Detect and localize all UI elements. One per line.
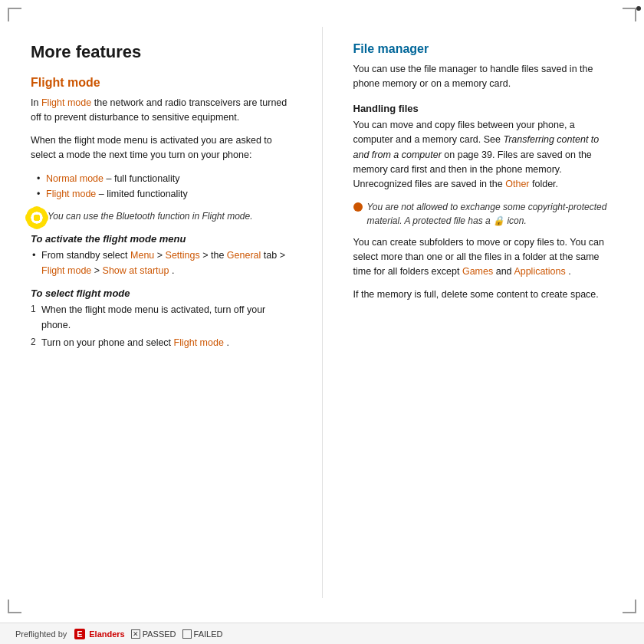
proc2-heading: To select flight mode: [31, 288, 291, 299]
step1-text: When the flight mode menu is activated, …: [41, 304, 265, 330]
flight-mode-heading: Flight mode: [31, 76, 291, 90]
normal-mode-link: Normal mode: [46, 173, 104, 184]
memory-full-text: If the memory is full, delete some conte…: [353, 288, 614, 302]
lock-icon: 🔒: [493, 215, 507, 226]
corner-mark-br: [623, 600, 636, 613]
games-link: Games: [462, 266, 493, 277]
tip-text-content: You can use the Bluetooth function in Fl…: [48, 211, 253, 222]
corner-mark-tr: [623, 8, 636, 21]
column-divider: [322, 27, 323, 598]
flight-mode-bullets: Normal mode – full functionality Flight …: [37, 171, 291, 202]
normal-mode-text: – full functionality: [107, 173, 180, 184]
failed-checkbox: [182, 629, 192, 639]
step2-prefix: Turn on your phone and select: [41, 337, 174, 348]
proc1-end: .: [172, 265, 174, 276]
general-link: General: [227, 250, 261, 261]
flight-mode-link-4: Flight mode: [174, 337, 224, 348]
bullet-normal-mode: Normal mode – full functionality: [37, 171, 291, 186]
proc2-step-1: 1 When the flight mode menu is activated…: [31, 302, 291, 333]
handling-files-text: You can move and copy files between your…: [353, 118, 614, 192]
proc1-bullet: •: [32, 248, 36, 264]
handling-end: folder.: [532, 179, 558, 189]
note-box: You are not allowed to exchange some cop…: [353, 200, 614, 228]
proc1-tab: tab >: [264, 250, 285, 261]
proc1-sep2: > the: [202, 250, 227, 261]
handling-files-heading: Handling files: [353, 103, 614, 114]
failed-label: FAILED: [194, 629, 223, 639]
menu-link: Menu: [130, 250, 154, 261]
tip-box: You can use the Bluetooth function in Fl…: [31, 209, 291, 224]
proc1-sep3: >: [94, 265, 103, 276]
elanders-logo: E Elanders: [73, 627, 124, 641]
proc1-heading: To activate the flight mode menu: [31, 233, 291, 245]
flight-mode-link-3: Flight mode: [41, 265, 91, 276]
flight-mode-intro: In Flight mode the network and radio tra…: [31, 96, 291, 126]
elanders-name: Elanders: [89, 629, 124, 639]
other-link: Other: [505, 179, 529, 189]
note-prefix: You are not allowed to exchange some cop…: [367, 202, 607, 226]
svg-text:E: E: [77, 629, 83, 639]
left-column: More features Flight mode In Flight mode…: [31, 27, 291, 598]
proc1-prefix: From standby select: [41, 250, 130, 261]
bullet-flight-mode: Flight mode – limited functionality: [37, 186, 291, 202]
step-num-1: 1: [31, 302, 36, 317]
flight-mode-para2: When the flight mode menu is activated y…: [31, 133, 291, 163]
page: More features Flight mode In Flight mode…: [0, 0, 644, 644]
proc1-sep1: >: [157, 250, 166, 261]
show-at-startup-link: Show at startup: [103, 265, 169, 276]
flight-mode-text: – limited functionality: [99, 189, 188, 199]
failed-badge: FAILED: [182, 629, 223, 639]
note-text: You are not allowed to exchange some cop…: [367, 200, 614, 228]
page-title: More features: [31, 42, 291, 62]
right-column: File manager You can use the file manage…: [353, 27, 614, 598]
tip-icon: [31, 212, 43, 224]
flight-mode-link-1: Flight mode: [41, 97, 91, 108]
step-num-2: 2: [31, 335, 36, 350]
elanders-icon: E: [73, 627, 87, 641]
intro-prefix: In: [31, 97, 38, 108]
proc2-heading-text: To select flight mode: [31, 288, 130, 299]
file-manager-intro: You can use the file manager to handle f…: [353, 62, 614, 92]
flight-mode-link-2: Flight mode: [46, 189, 96, 199]
settings-link: Settings: [166, 250, 200, 261]
note-dot-icon: [353, 202, 363, 212]
preflighted-label: Preflighted by: [15, 629, 67, 639]
page-dot-mark: [636, 6, 641, 11]
corner-mark-tl: [8, 8, 21, 21]
passed-label: PASSED: [143, 629, 176, 639]
tip-text: You can use the Bluetooth function in Fl…: [48, 209, 253, 223]
passed-checkbox: ✕: [131, 629, 140, 639]
applications-link: Applications: [514, 266, 565, 277]
proc2-steps: 1 When the flight mode menu is activated…: [31, 302, 291, 350]
content-area: More features Flight mode In Flight mode…: [31, 27, 613, 598]
proc1-heading-text: To activate the flight mode menu: [31, 233, 186, 245]
proc1-step: • From standby select Menu > Settings > …: [31, 248, 291, 278]
preflighted-bar: Preflighted by E Elanders ✕ PASSED FAILE…: [0, 623, 644, 644]
passed-badge: ✕ PASSED: [131, 629, 176, 639]
para3-end: .: [568, 266, 570, 277]
step2-suffix: .: [226, 337, 228, 348]
proc2-step-2: 2 Turn on your phone and select Flight m…: [31, 335, 291, 350]
note-end: icon.: [507, 215, 526, 226]
subfolders-text: You can create subfolders to move or cop…: [353, 235, 614, 280]
corner-mark-bl: [8, 600, 21, 613]
file-manager-heading: File manager: [353, 42, 614, 56]
and-text: and: [496, 266, 512, 277]
